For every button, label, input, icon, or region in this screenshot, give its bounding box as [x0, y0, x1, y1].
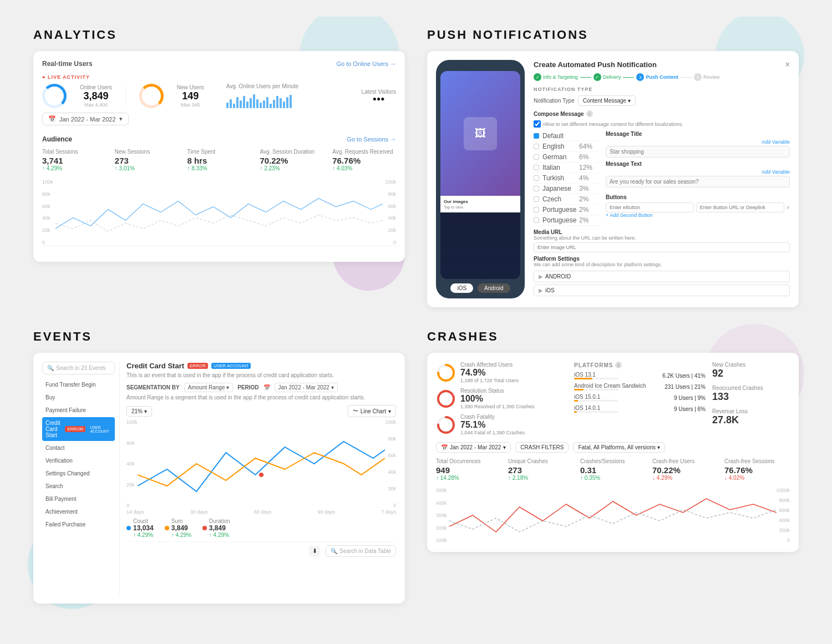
event-list: Fund Transfer BeginBuyPayment FailureCre…: [42, 379, 115, 530]
sum-label: Sum: [171, 518, 191, 524]
lang-check[interactable]: [534, 154, 539, 160]
count-label: Count: [133, 518, 154, 524]
period-select[interactable]: Jan 2022 - Mar 2022 ▾: [275, 383, 338, 392]
lang-name: German: [542, 153, 576, 161]
crash-filters-chip[interactable]: CRASH FILTERS: [515, 442, 569, 453]
event-list-item[interactable]: Contact: [42, 442, 115, 454]
x-axis-labels: 14 days30 days60 days90 days7 days: [126, 509, 396, 515]
crash-new-metrics: New Crashes 92 Reoccurred Crashes 133 Re…: [712, 362, 790, 435]
avg-requests-change: ↑ 4.03%: [332, 165, 396, 171]
lang-name: Japanese: [542, 185, 576, 192]
crash-affected-label: Crash Affected Users: [460, 362, 519, 368]
lang-pct: 3%: [579, 185, 596, 192]
lang-check[interactable]: [534, 186, 539, 191]
total-sessions-label: Total Sessions: [42, 149, 106, 155]
platform-label: Platform Settings: [534, 256, 790, 262]
android-platform-item[interactable]: ▶ ANDROID: [534, 271, 790, 282]
lang-check[interactable]: [534, 196, 539, 202]
lang-check[interactable]: [534, 165, 539, 170]
step-line3: [681, 77, 692, 78]
lang-row: Portuguese 2%: [534, 205, 600, 215]
count-value: 13,034: [133, 524, 154, 532]
lang-row: Default: [534, 131, 600, 141]
add-second-btn[interactable]: + Add Second Button: [606, 212, 790, 218]
crash-free-users-label: Crash-free Users: [652, 458, 718, 464]
search-data-table[interactable]: 🔍 Search in Data Table: [326, 545, 396, 557]
event-user-badge: USER ACCOUNT: [211, 363, 251, 369]
chart-type-select[interactable]: 〜 Line Chart ▾: [348, 405, 396, 417]
lang-check[interactable]: [534, 133, 539, 139]
msg-text-input[interactable]: [606, 176, 790, 187]
btn-close-icon[interactable]: ×: [787, 204, 790, 211]
count-dot: [126, 526, 131, 530]
sum-value: 3,849: [171, 524, 191, 532]
lang-pct: 2%: [579, 206, 596, 214]
lang-name: Portuguese: [542, 216, 576, 224]
pct-select[interactable]: 21% ▾: [126, 406, 152, 417]
localize-checkbox[interactable]: [534, 120, 541, 128]
platform-row: iOS 15.0.1 9 Users | 9%: [574, 394, 706, 402]
event-list-item[interactable]: Failed Purchase: [42, 519, 115, 530]
lang-pct: 2%: [579, 216, 596, 224]
media-input[interactable]: [534, 242, 790, 252]
android-tab[interactable]: Android: [478, 283, 510, 293]
platform-name: iOS 14.0.1: [574, 405, 618, 411]
go-online-link[interactable]: Go to Online Users →: [336, 60, 396, 67]
seg-value-select[interactable]: Amount Range ▾: [184, 383, 234, 392]
lang-check[interactable]: [534, 207, 539, 212]
btn2-input[interactable]: [696, 202, 784, 212]
phone-notch: [466, 65, 494, 71]
event-list-item[interactable]: Achievement: [42, 506, 115, 518]
revenue-value: 27.8K: [712, 414, 790, 426]
lang-check[interactable]: [534, 175, 539, 181]
lang-pct: 12%: [579, 164, 596, 171]
phone-content: Our images: [444, 199, 517, 204]
add-variable-text-btn[interactable]: Add Variable: [762, 169, 790, 175]
btn1-input[interactable]: [606, 202, 694, 212]
avg-requests-label: Avg. Requests Received: [332, 149, 396, 155]
platform-stat: 6.2K Users | 41%: [662, 373, 706, 379]
lang-row: Czech 2%: [534, 194, 600, 205]
notif-type-select[interactable]: Content Message ▾: [578, 95, 636, 106]
ios-tab[interactable]: iOS: [450, 283, 473, 293]
crash-free-sessions-value: 76.76%: [724, 465, 790, 475]
event-list-item[interactable]: Search: [42, 480, 115, 492]
event-list-item[interactable]: Fund Transfer Begin: [42, 379, 115, 391]
lang-check[interactable]: [534, 217, 539, 223]
new-users-label: New Users: [177, 84, 204, 90]
crash-free-users-change: ↓ 4.29%: [652, 475, 718, 481]
crash-date-selector[interactable]: 📅 Jan 2022 - Mar 2022 ▾: [436, 442, 511, 453]
ios-platform-item[interactable]: ▶ iOS: [534, 285, 790, 296]
go-sessions-link[interactable]: Go to Sessions →: [347, 136, 396, 143]
msg-title-input[interactable]: [606, 146, 790, 158]
unique-crashes-label: Unique Crashes: [508, 458, 574, 464]
crash-filters-label: CRASH FILTERS: [520, 444, 564, 450]
event-list-item[interactable]: Bill Payment: [42, 493, 115, 505]
event-list-item[interactable]: Buy: [42, 392, 115, 403]
lang-row: Japanese 3%: [534, 184, 600, 194]
period-label: PERIOD: [237, 384, 258, 391]
lang-check[interactable]: [534, 144, 539, 149]
crash-filter-value[interactable]: Fatal, All Platforms, All versions ▾: [573, 442, 665, 453]
close-button[interactable]: ×: [785, 60, 790, 69]
realtime-title: Real-time Users: [42, 60, 93, 68]
event-list-item[interactable]: Settings Changed: [42, 468, 115, 479]
events-search[interactable]: 🔍 Search in 23 Events: [42, 362, 115, 374]
notif-type-value: Content Message: [583, 98, 626, 104]
platform-bar-wrap: [574, 400, 618, 402]
step-line1: [580, 77, 591, 78]
platform-name: iOS 13.1: [574, 372, 618, 378]
event-list-item[interactable]: Credit Card StartERRORUSER ACCOUNT: [42, 417, 115, 441]
platform-bar: [574, 411, 577, 413]
add-variable-btn[interactable]: Add Variable: [762, 139, 790, 145]
crash-sessions-value: 0.31: [580, 465, 646, 475]
analytics-date-selector[interactable]: 📅 Jan 2022 - Mar 2022 ▾: [42, 113, 129, 125]
new-sessions-change: ↑ 3.01%: [115, 165, 179, 171]
phone-screen: 🖼 Our images Tap to view: [440, 71, 520, 279]
download-button[interactable]: ⬇: [309, 546, 320, 557]
event-list-item[interactable]: Payment Failure: [42, 404, 115, 416]
avg-session-value: 70.22%: [260, 156, 323, 165]
seg-desc: Amount Range is a segment that is used i…: [126, 394, 396, 400]
platform-bar: [574, 389, 584, 391]
event-list-item[interactable]: Verification: [42, 455, 115, 466]
